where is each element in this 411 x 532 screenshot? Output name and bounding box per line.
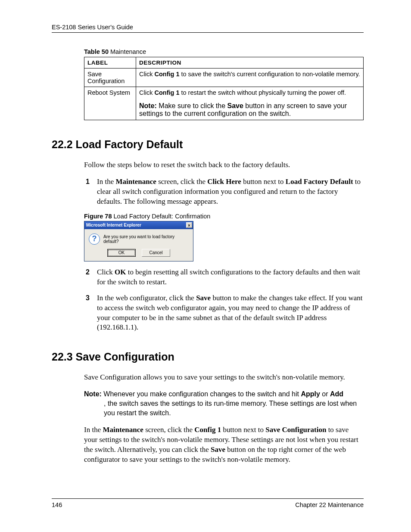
ok-button[interactable]: OK [107,249,136,257]
step-number: 2 [86,268,90,277]
step-number: 1 [86,177,90,187]
text: In the [97,177,115,186]
text: to restart the switch without physically… [179,89,346,96]
text: or [320,390,330,398]
text: Click [139,71,154,78]
table-caption-number: Table 50 [84,48,109,55]
step-2: 2 Click OK to begin resetting all switch… [84,268,364,287]
figure-caption-title: Load Factory Default: Confirmation [112,213,210,220]
cell-description: Click Config 1 to restart the switch wit… [136,87,364,120]
dialog-buttons: OK Cancel [84,247,193,261]
text: to save the switch's current configurati… [179,71,360,78]
text-bold: Maintenance [115,177,156,186]
dialog-body: ? Are you sure you want to load factory … [84,229,193,247]
text-bold: Save [196,294,211,302]
table-header-description: DESCRIPTION [136,57,364,68]
header-rule [52,32,364,33]
table-caption-title: Maintenance [109,48,146,55]
cell-description: Click Config 1 to save the switch's curr… [136,68,364,87]
text-bold: Maintenance [103,426,143,434]
text-bold: Save [211,445,225,454]
text-bold: Config 1 [154,89,179,96]
chapter-label: Chapter 22 Maintenance [295,501,364,508]
step-number: 3 [86,293,90,303]
table-caption: Table 50 Maintenance [84,48,364,55]
table-row: Reboot System Click Config 1 to restart … [84,87,364,120]
text-bold: Config 1 [154,71,179,78]
intro-paragraph: Follow the steps below to reset the swit… [84,160,364,170]
text: Whenever you make configuration changes … [102,390,301,398]
text-bold: Config 1 [194,426,221,434]
close-icon[interactable]: × [186,222,192,228]
text-bold: Apply [301,390,320,398]
text-bold: Load Factory Default [286,177,353,186]
cell-note: Note: Make sure to click the Save button… [139,102,360,118]
text: Click [139,89,154,96]
cancel-button[interactable]: Cancel [142,249,170,257]
text: button next to [221,426,265,434]
cell-label: Reboot System [84,87,136,120]
text: screen, click the [143,426,194,434]
text-bold: Add [330,390,343,398]
text: Make sure to click the [157,102,227,109]
text-bold: Save [227,102,243,109]
text: In the [84,426,103,434]
figure-caption-number: Figure 78 [84,213,112,220]
step-1: 1 In the Maintenance screen, click the C… [84,177,364,207]
text-bold: Save Configuration [265,426,326,434]
note-label: Note: [139,102,157,109]
confirmation-dialog: Microsoft Internet Explorer × ? Are you … [84,221,193,261]
question-icon: ? [89,233,100,245]
note-block: Note: Whenever you make configuration ch… [84,389,364,417]
dialog-title: Microsoft Internet Explorer [86,223,141,227]
table-row: Save Configuration Click Config 1 to sav… [84,68,364,87]
section-heading-22-3: 22.3 Save Configuration [52,351,364,363]
note-label: Note: [84,390,102,398]
step-3: 3 In the web configurator, click the Sav… [84,293,364,333]
text-bold: Click Here [207,177,241,186]
figure-caption: Figure 78 Load Factory Default: Confirma… [84,213,364,220]
cell-label: Save Configuration [84,68,136,87]
paragraph: In the Maintenance screen, click the Con… [84,425,364,465]
page-number: 146 [52,501,62,508]
text-bold: OK [115,268,126,276]
text: In the web configurator, click the [97,294,196,302]
dialog-message: Are you sure you want to load factory de… [103,234,189,244]
page-footer: 146 Chapter 22 Maintenance [52,498,364,508]
paragraph: Save Configuration allows you to save yo… [84,373,364,383]
text: button next to [241,177,286,186]
text: , the switch saves the settings to its r… [104,399,364,417]
running-head: ES-2108 Series User's Guide [52,24,364,31]
text: Click [97,268,115,276]
table-header-label: LABEL [84,57,136,68]
text: to begin resetting all switch configurat… [97,268,360,286]
footer-rule [52,498,364,499]
dialog-titlebar: Microsoft Internet Explorer × [84,221,193,229]
section-heading-22-2: 22.2 Load Factory Default [52,138,364,151]
maintenance-table: LABEL DESCRIPTION Save Configuration Cli… [84,57,364,120]
text: screen, click the [156,177,207,186]
